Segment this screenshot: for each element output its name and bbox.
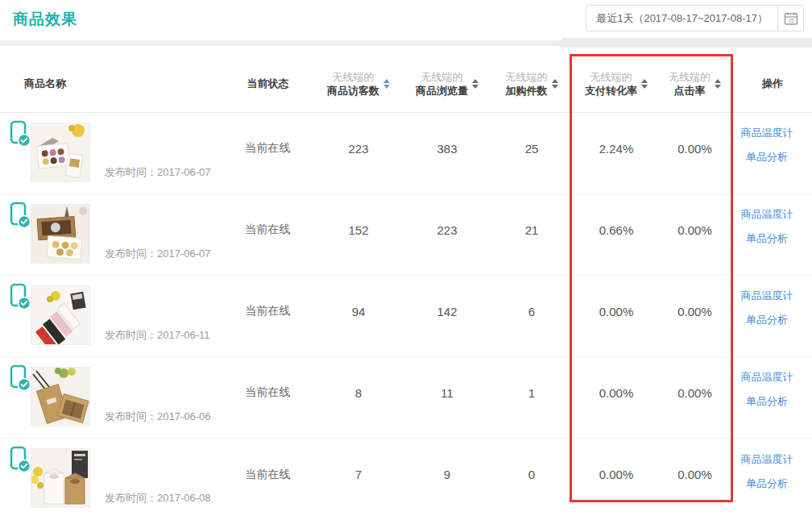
- views-value: 11: [407, 357, 487, 438]
- visitors-value: 7: [310, 439, 407, 520]
- mobile-online-check-icon: [10, 202, 31, 232]
- ctr-value: 0.00%: [657, 439, 733, 520]
- col-header-cart: 无线端的加购件数: [487, 55, 576, 112]
- panel-edge-decoration: [560, 38, 812, 48]
- status-value: 当前在线: [226, 194, 310, 275]
- product-photo[interactable]: [31, 448, 90, 508]
- publish-date-label: 发布时间：2017-06-06: [105, 410, 211, 424]
- publish-date-label: 发布时间：2017-06-07: [105, 247, 211, 261]
- cart-value: 1: [487, 357, 576, 438]
- product-photo[interactable]: [31, 285, 90, 345]
- wireless-prefix-label: 无线端的: [421, 70, 463, 84]
- product-photo[interactable]: [31, 204, 90, 264]
- conversion-value: 0.66%: [576, 194, 657, 275]
- col-header-visitors: 无线端的商品访客数: [310, 55, 407, 112]
- table-row: 发布时间：2017-06-07 当前在线 152 223 21 0.66% 0.…: [0, 194, 812, 276]
- visitors-value: 94: [310, 276, 407, 356]
- actions-cell: 商品温度计 单品分析: [733, 276, 812, 356]
- table-row: 发布时间：2017-06-07 当前在线 223 383 25 2.24% 0.…: [0, 113, 812, 194]
- mobile-online-check-icon: [10, 446, 31, 476]
- single-item-analysis-link[interactable]: 单品分析: [746, 313, 788, 327]
- thermometer-link[interactable]: 商品温度计: [741, 289, 793, 303]
- thermometer-link[interactable]: 商品温度计: [741, 370, 793, 385]
- views-value: 223: [407, 194, 487, 275]
- cart-value: 6: [487, 276, 576, 356]
- table-row: 发布时间：2017-06-11 当前在线 94 142 6 0.00% 0.00…: [0, 276, 812, 357]
- wireless-prefix-label: 无线端的: [506, 70, 548, 84]
- sort-arrows-icon-cart[interactable]: [552, 79, 558, 89]
- col-header-actions: 操作: [733, 55, 812, 112]
- visitors-value: 223: [310, 113, 407, 193]
- conversion-value: 0.00%: [576, 439, 657, 520]
- actions-cell: 商品温度计 单品分析: [733, 439, 812, 520]
- table-header-row: 商品名称 当前状态 无线端的商品访客数 无线端的商品浏览量 无线端的加购件数 无…: [0, 55, 812, 113]
- status-value: 当前在线: [226, 276, 310, 356]
- product-photo[interactable]: [31, 367, 90, 426]
- publish-date-label: 发布时间：2017-06-07: [105, 165, 211, 180]
- product-photo[interactable]: [31, 123, 90, 182]
- actions-cell: 商品温度计 单品分析: [733, 357, 812, 438]
- col-header-product: 商品名称: [0, 55, 226, 112]
- ctr-value: 0.00%: [657, 194, 733, 275]
- calendar-icon[interactable]: 15: [777, 6, 803, 31]
- table-row: 发布时间：2017-06-06 当前在线 8 11 1 0.00% 0.00% …: [0, 357, 812, 439]
- publish-date-label: 发布时间：2017-06-11: [105, 328, 210, 343]
- actions-cell: 商品温度计 单品分析: [733, 113, 812, 193]
- single-item-analysis-link[interactable]: 单品分析: [746, 476, 788, 491]
- product-cell: 发布时间：2017-06-07: [0, 194, 226, 275]
- product-performance-page: 商品效果 最近1天（2017-08-17~2017-08-17） 15 商品名称…: [0, 0, 812, 520]
- col-header-views: 无线端的商品浏览量: [407, 55, 487, 112]
- cart-value: 0: [487, 439, 576, 520]
- col-header-conversion: 无线端的支付转化率: [576, 55, 657, 112]
- product-cell: 发布时间：2017-06-06: [0, 357, 226, 438]
- table-body: 发布时间：2017-06-07 当前在线 223 383 25 2.24% 0.…: [0, 113, 812, 520]
- thermometer-link[interactable]: 商品温度计: [741, 207, 793, 222]
- cart-value: 25: [487, 113, 576, 193]
- mobile-online-check-icon: [10, 283, 31, 314]
- sort-arrows-icon-visitors[interactable]: [383, 79, 390, 89]
- views-value: 142: [407, 276, 487, 356]
- status-value: 当前在线: [226, 113, 310, 193]
- conversion-value: 2.24%: [576, 113, 657, 193]
- views-value: 383: [407, 113, 487, 193]
- ctr-value: 0.00%: [657, 113, 733, 193]
- publish-date-label: 发布时间：2017-06-08: [105, 491, 211, 505]
- ctr-value: 0.00%: [657, 276, 733, 356]
- status-value: 当前在线: [226, 357, 310, 438]
- thermometer-link[interactable]: 商品温度计: [741, 452, 793, 467]
- product-cell: 发布时间：2017-06-11: [0, 276, 226, 356]
- wireless-prefix-label: 无线端的: [669, 70, 710, 84]
- ctr-value: 0.00%: [657, 357, 733, 438]
- single-item-analysis-link[interactable]: 单品分析: [746, 231, 788, 246]
- single-item-analysis-link[interactable]: 单品分析: [746, 150, 788, 164]
- col-header-status: 当前状态: [226, 55, 310, 112]
- product-cell: 发布时间：2017-06-08: [0, 439, 226, 520]
- views-value: 9: [407, 439, 487, 520]
- thermometer-link[interactable]: 商品温度计: [741, 126, 793, 140]
- single-item-analysis-link[interactable]: 单品分析: [746, 394, 788, 409]
- wireless-prefix-label: 无线端的: [590, 70, 632, 84]
- conversion-value: 0.00%: [576, 357, 657, 438]
- col-header-ctr: 无线端的点击率: [657, 55, 733, 112]
- actions-cell: 商品温度计 单品分析: [733, 194, 812, 275]
- date-range-label: 最近1天（2017-08-17~2017-08-17）: [586, 6, 777, 31]
- conversion-value: 0.00%: [576, 276, 657, 356]
- table-row: 发布时间：2017-06-08 当前在线 7 9 0 0.00% 0.00% 商…: [0, 439, 812, 520]
- visitors-value: 152: [310, 194, 407, 275]
- cart-value: 21: [487, 194, 576, 275]
- status-value: 当前在线: [226, 439, 310, 520]
- mobile-online-check-icon: [10, 364, 31, 395]
- page-title: 商品效果: [13, 9, 77, 30]
- product-cell: 发布时间：2017-06-07: [0, 113, 226, 193]
- visitors-value: 8: [310, 357, 407, 438]
- wireless-prefix-label: 无线端的: [333, 70, 375, 84]
- sort-arrows-icon-views[interactable]: [472, 79, 478, 89]
- svg-text:15: 15: [788, 18, 794, 23]
- date-range-button[interactable]: 最近1天（2017-08-17~2017-08-17） 15: [586, 5, 804, 31]
- mobile-online-check-icon: [10, 120, 31, 151]
- sort-arrows-icon-conversion[interactable]: [641, 79, 648, 89]
- sort-arrows-icon-ctr[interactable]: [715, 79, 721, 89]
